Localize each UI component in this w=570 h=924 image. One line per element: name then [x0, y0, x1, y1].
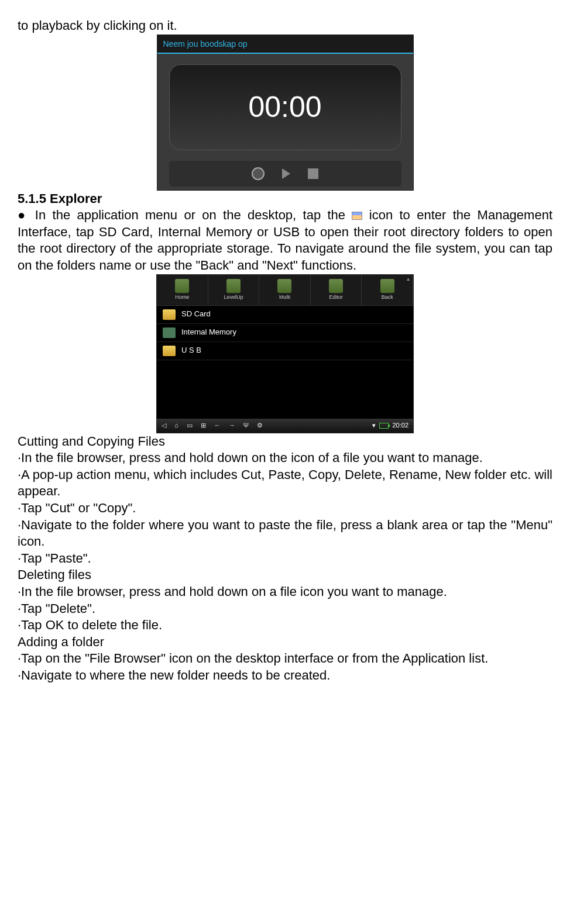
toolbar-home: Home [157, 275, 208, 305]
explorer-app-icon [352, 212, 362, 220]
toolbar-levelup-label: LevelUp [224, 294, 243, 301]
nav-status: ▾ 20:02 [372, 421, 408, 429]
toolbar-editor-label: Editor [329, 294, 343, 301]
record-icon [252, 167, 265, 180]
cut-step-5: ·Tap "Paste". [18, 550, 552, 567]
toolbar-back: Back [362, 275, 413, 305]
cut-step-4: ·Navigate to the folder where you want t… [18, 517, 552, 550]
nav-left-arrow-icon: ← [214, 421, 221, 429]
del-step-2: ·Tap "Delete". [18, 601, 552, 618]
recorder-time-display: 00:00 [169, 64, 401, 150]
cut-step-3: ·Tap "Cut" or "Copy". [18, 500, 552, 517]
memory-icon [163, 327, 176, 338]
explorer-navbar: ◁ ⌂ ▭ ⊞ ← → Ψ ⚙ ▾ 20:02 [157, 419, 413, 433]
nav-recent-icon: ▭ [187, 421, 193, 429]
add-step-2: ·Navigate to where the new folder needs … [18, 667, 552, 684]
intro-line: to playback by clicking on it. [18, 18, 552, 35]
levelup-icon [226, 279, 241, 293]
add-step-1: ·Tap on the "File Browser" icon on the d… [18, 650, 552, 667]
add-heading: Adding a folder [18, 634, 552, 651]
toolbar-editor: Editor [311, 275, 362, 305]
explorer-paragraph: ● In the application menu or on the desk… [18, 207, 552, 274]
row-internal-label: Internal Memory [181, 327, 236, 337]
toolbar-back-label: Back [382, 294, 393, 301]
recorder-header: Neem jou boodskap op [157, 35, 413, 54]
list-item: SD Card [157, 306, 413, 324]
toolbar-multi: Multi [259, 275, 311, 305]
toolbar-multi-label: Multi [279, 294, 290, 301]
stop-icon [308, 168, 318, 179]
recorder-screenshot: Neem jou boodskap op 00:00 [157, 35, 414, 191]
toolbar-home-label: Home [175, 294, 189, 301]
section-heading: 5.1.5 Explorer [18, 191, 552, 208]
list-item: U S B [157, 342, 413, 360]
wifi-icon: ▾ [372, 421, 376, 429]
nav-settings-icon: ⚙ [257, 421, 263, 429]
nav-right-arrow-icon: → [229, 421, 235, 429]
folder-icon [163, 346, 176, 356]
row-sdcard-label: SD Card [181, 309, 211, 319]
cut-step-1: ·In the file browser, press and hold dow… [18, 450, 552, 467]
row-usb-label: U S B [181, 346, 201, 356]
nav-apps-icon: ⊞ [201, 421, 206, 429]
del-heading: Deleting files [18, 567, 552, 584]
play-icon [282, 168, 290, 179]
battery-icon [379, 423, 389, 429]
signal-icon: ▴ [407, 275, 410, 282]
recorder-controls [169, 161, 401, 187]
explorer-screenshot: ▴ Home LevelUp Multi Editor Back SD Card… [156, 274, 414, 433]
nav-usb-icon: Ψ [243, 421, 249, 429]
editor-icon [329, 279, 343, 293]
back-icon [380, 279, 394, 293]
folder-icon [163, 309, 176, 320]
nav-icons: ◁ ⌂ ▭ ⊞ ← → Ψ ⚙ [162, 421, 263, 429]
explorer-para-before: ● In the application menu or on the desk… [18, 208, 352, 222]
explorer-toolbar: Home LevelUp Multi Editor Back [157, 275, 413, 306]
list-item: Internal Memory [157, 324, 413, 342]
explorer-list: SD Card Internal Memory U S B [157, 306, 413, 360]
nav-home-icon: ⌂ [174, 421, 178, 429]
cut-heading: Cutting and Copying Files [18, 433, 552, 450]
home-icon [175, 279, 189, 293]
cut-step-2: ·A pop-up action menu, which includes Cu… [18, 467, 552, 500]
toolbar-levelup: LevelUp [208, 275, 260, 305]
multi-icon [277, 279, 291, 293]
status-time: 20:02 [392, 421, 408, 429]
nav-back-icon: ◁ [162, 421, 166, 429]
del-step-1: ·In the file browser, press and hold dow… [18, 584, 552, 601]
del-step-3: ·Tap OK to delete the file. [18, 617, 552, 634]
